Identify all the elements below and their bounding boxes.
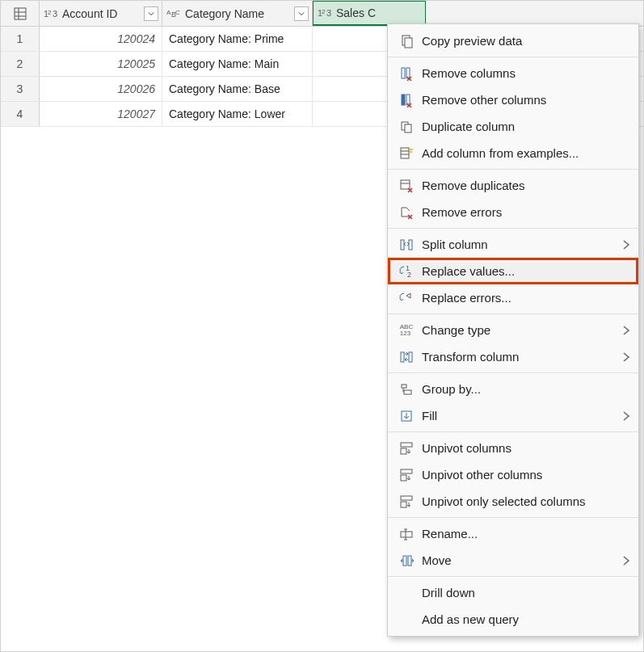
svg-text:2: 2	[322, 8, 326, 15]
menu-label: Split column	[417, 238, 622, 251]
menu-replace-errors[interactable]: Replace errors...	[388, 284, 638, 311]
svg-rect-37	[401, 469, 412, 473]
chevron-down-icon	[148, 11, 154, 17]
menu-split-column[interactable]: Split column	[388, 231, 638, 258]
menu-label: Add column from examples...	[417, 146, 630, 160]
svg-rect-15	[402, 68, 405, 78]
menu-label: Unpivot other columns	[417, 468, 630, 482]
menu-separator	[388, 169, 638, 170]
column-header-category-name[interactable]: ABC Category Name	[162, 1, 313, 26]
cell-category[interactable]: Category Name: Base	[162, 77, 313, 101]
move-icon	[399, 553, 414, 568]
menu-separator	[388, 228, 638, 229]
menu-separator	[388, 372, 638, 373]
svg-rect-17	[402, 95, 405, 105]
svg-text:3: 3	[326, 8, 331, 18]
column-context-menu: Copy preview data Remove columns Remove …	[387, 23, 639, 637]
unpivot-icon	[399, 441, 414, 456]
menu-drill-down[interactable]: Drill down	[388, 579, 638, 606]
change-type-icon: ABC123	[400, 324, 413, 337]
svg-rect-35	[401, 443, 412, 447]
svg-rect-27	[409, 240, 412, 250]
chevron-right-icon	[622, 352, 630, 362]
column-header-sales[interactable]: 123 Sales C	[313, 1, 426, 26]
svg-text:C: C	[175, 9, 180, 16]
menu-unpivot-selected-columns[interactable]: Unpivot only selected columns	[388, 488, 638, 515]
svg-text:3: 3	[53, 9, 57, 19]
menu-remove-duplicates[interactable]: Remove duplicates	[388, 172, 638, 199]
column-name: Sales C	[335, 6, 422, 19]
svg-text:2: 2	[48, 9, 52, 16]
cell-account[interactable]: 120025	[40, 52, 162, 76]
menu-unpivot-other-columns[interactable]: Unpivot other columns	[388, 461, 638, 488]
svg-rect-41	[401, 532, 412, 537]
svg-rect-32	[402, 385, 406, 388]
menu-rename[interactable]: Rename...	[388, 520, 638, 547]
menu-label: Move	[417, 553, 622, 567]
copy-icon	[399, 34, 414, 48]
remove-columns-icon	[399, 66, 414, 81]
menu-label: Remove errors	[417, 205, 630, 219]
number-type-icon: 123	[43, 8, 61, 19]
fill-icon	[399, 409, 414, 423]
menu-label: Unpivot columns	[417, 441, 630, 455]
column-filter-dropdown[interactable]	[144, 6, 158, 21]
cell-account[interactable]: 120024	[40, 27, 162, 51]
menu-fill[interactable]: Fill	[388, 402, 638, 429]
row-number: 4	[1, 102, 40, 126]
cell-category[interactable]: Category Name: Main	[162, 52, 313, 76]
svg-rect-14	[405, 38, 412, 48]
menu-separator	[388, 517, 638, 518]
menu-duplicate-column[interactable]: Duplicate column	[388, 113, 638, 140]
cell-category[interactable]: Category Name: Lower	[162, 102, 313, 126]
remove-duplicates-icon	[399, 179, 414, 193]
menu-separator	[388, 57, 638, 57]
table-corner[interactable]	[1, 1, 40, 26]
menu-add-column-from-examples[interactable]: Add column from examples...	[388, 140, 638, 166]
menu-add-as-new-query[interactable]: Add as new query	[388, 606, 638, 633]
duplicate-icon	[399, 120, 414, 134]
column-filter-dropdown[interactable]	[294, 6, 309, 21]
replace-values-icon: 12	[399, 264, 414, 279]
menu-label: Duplicate column	[417, 120, 630, 133]
menu-remove-columns[interactable]: Remove columns	[388, 60, 638, 86]
menu-copy-preview[interactable]: Copy preview data	[388, 27, 638, 54]
cell-account[interactable]: 120027	[40, 102, 162, 126]
menu-transform-column[interactable]: Transform column	[388, 343, 638, 370]
svg-rect-0	[15, 8, 26, 19]
menu-label: Remove other columns	[417, 93, 630, 107]
text-type-icon: ABC	[166, 8, 183, 19]
svg-rect-40	[401, 502, 406, 507]
chevron-right-icon	[622, 411, 630, 421]
svg-rect-31	[409, 352, 412, 362]
unpivot-selected-icon	[399, 494, 414, 509]
svg-rect-33	[404, 390, 411, 394]
menu-move[interactable]: Move	[388, 547, 638, 574]
menu-group-by[interactable]: Group by...	[388, 376, 638, 402]
row-number: 3	[1, 77, 40, 101]
row-number: 2	[1, 52, 40, 76]
row-number: 1	[1, 27, 40, 51]
chevron-right-icon	[622, 240, 630, 250]
menu-label: Copy preview data	[417, 34, 630, 48]
menu-label: Remove columns	[417, 66, 630, 80]
column-header-account-id[interactable]: 123 Account ID	[40, 1, 162, 26]
menu-label: Rename...	[417, 527, 630, 541]
menu-unpivot-columns[interactable]: Unpivot columns	[388, 435, 638, 461]
menu-separator	[388, 313, 638, 314]
cell-account[interactable]: 120026	[40, 77, 162, 101]
menu-label: Replace errors...	[417, 291, 630, 305]
menu-change-type[interactable]: ABC123 Change type	[388, 317, 638, 343]
menu-label: Transform column	[417, 350, 622, 364]
svg-rect-45	[403, 556, 406, 566]
cell-category[interactable]: Category Name: Prime	[162, 27, 313, 51]
svg-rect-26	[401, 240, 404, 250]
chevron-right-icon	[622, 556, 630, 566]
menu-label: Unpivot only selected columns	[417, 494, 630, 508]
menu-replace-values[interactable]: 12 Replace values...	[388, 258, 638, 284]
unpivot-other-icon	[399, 468, 414, 482]
menu-remove-errors[interactable]: Remove errors	[388, 199, 638, 225]
menu-label: Add as new query	[417, 612, 630, 626]
menu-remove-other-columns[interactable]: Remove other columns	[388, 86, 638, 113]
menu-separator	[388, 576, 638, 577]
